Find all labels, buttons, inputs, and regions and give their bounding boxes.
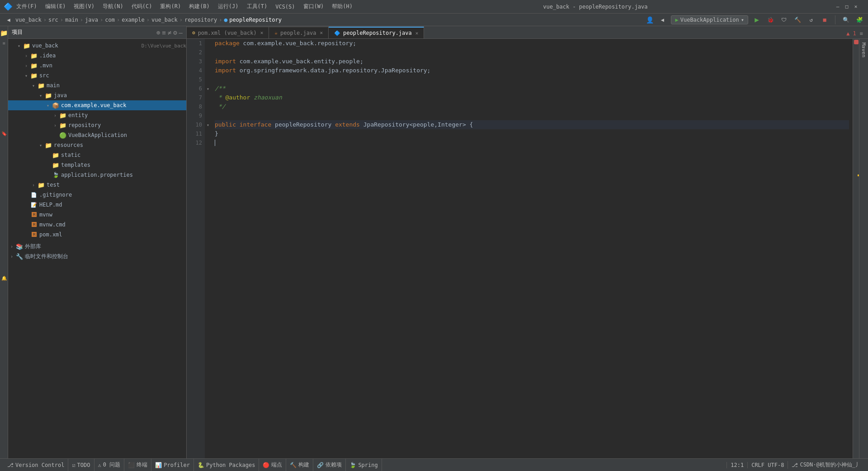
tree-item-idea[interactable]: › 📁 .idea xyxy=(8,51,186,61)
breakpoints-label: 端点 xyxy=(271,461,282,469)
run-config-dropdown[interactable]: ▶ VueBackApplication ▾ xyxy=(671,15,748,24)
back-button[interactable]: ◀ xyxy=(4,15,14,25)
line-num-10: 10 xyxy=(187,120,205,129)
debug-button[interactable]: 🐞 xyxy=(765,15,775,25)
status-todo[interactable]: ☑ TODO xyxy=(68,459,94,471)
status-terminal[interactable]: ⬛ 终端 xyxy=(124,459,151,471)
settings-icon[interactable]: ⚙ xyxy=(173,29,177,36)
fold-line-10[interactable]: ▾ xyxy=(205,120,211,129)
tree-item-mvnw[interactable]: 🅼 mvnw xyxy=(8,210,186,220)
breadcrumb-main[interactable]: main xyxy=(65,17,78,23)
code-line-5 xyxy=(215,75,849,84)
back-nav-button[interactable]: ◀ xyxy=(657,15,667,25)
tab-close-people-repository[interactable]: ✕ xyxy=(415,30,419,36)
menu-window[interactable]: 窗口(W) xyxy=(300,2,328,11)
menu-tools[interactable]: 工具(T) xyxy=(243,2,271,11)
breadcrumb-vue-back-pkg[interactable]: vue_back xyxy=(151,17,178,23)
menu-vcs[interactable]: VCS(S) xyxy=(272,3,298,11)
menu-view[interactable]: 视图(V) xyxy=(70,2,98,11)
menu-run[interactable]: 运行(J) xyxy=(214,2,242,11)
line-num-7: 7 xyxy=(187,93,205,102)
maximize-button[interactable]: □ xyxy=(844,4,850,10)
status-git-branch[interactable]: ⎇ CSDN·@机智的小神仙_丿 xyxy=(788,461,864,469)
expand-icon[interactable]: ≠ xyxy=(168,29,171,36)
project-icon[interactable]: 📁 xyxy=(0,29,8,37)
status-dependencies[interactable]: 🔗 依赖项 xyxy=(313,459,346,471)
chevron-down-icon: ▾ xyxy=(741,17,744,23)
breadcrumb-example[interactable]: example xyxy=(122,17,145,23)
tree-item-com-example-vue-back[interactable]: ▾ 📦 com.example.vue_back xyxy=(8,100,186,110)
profile-icon[interactable]: 👤 xyxy=(646,16,654,24)
tree-item-resources[interactable]: ▾ 📁 resources xyxy=(8,140,186,150)
status-cursor-pos[interactable]: 12:1 xyxy=(726,462,747,468)
status-build[interactable]: 🔨 构建 xyxy=(286,459,313,471)
tree-item-mvn[interactable]: › 📁 .mvn xyxy=(8,61,186,71)
bookmarks-icon[interactable]: 🔖 xyxy=(0,129,8,137)
menu-navigate[interactable]: 导航(N) xyxy=(99,2,127,11)
fold-line-5 xyxy=(205,75,211,84)
tree-label-src: src xyxy=(38,72,186,79)
tree-item-pomxml[interactable]: 🅼 pom.xml xyxy=(8,230,186,240)
minimize-panel-icon[interactable]: — xyxy=(179,29,183,36)
status-breakpoints[interactable]: 🔴 端点 xyxy=(259,459,286,471)
tree-item-vue-back[interactable]: ▾ 📁 vue_back D:\Vue\vue_back xyxy=(8,41,186,51)
tree-item-scratch[interactable]: › 🔧 临时文件和控制台 xyxy=(8,251,186,261)
tree-item-java[interactable]: ▾ 📁 java xyxy=(8,90,186,100)
maven-label[interactable]: Maven xyxy=(860,41,868,59)
status-profiler[interactable]: 📊 Profiler xyxy=(151,459,194,471)
menu-help[interactable]: 帮助(H) xyxy=(328,2,356,11)
tab-pom[interactable]: ⚙ pom.xml (vue_back) ✕ xyxy=(187,27,269,38)
tree-item-static[interactable]: 📁 static xyxy=(8,150,186,160)
tree-item-mvnw-cmd[interactable]: 🅼 mvnw.cmd xyxy=(8,220,186,230)
search-button[interactable]: 🔍 xyxy=(841,15,851,25)
tree-item-src[interactable]: ▾ 📁 src xyxy=(8,71,186,80)
breadcrumb-src[interactable]: src xyxy=(48,17,58,23)
notifications-icon[interactable]: 🔔 xyxy=(0,274,8,282)
build-button[interactable]: 🔨 xyxy=(793,15,802,25)
breadcrumb-java[interactable]: java xyxy=(85,17,98,23)
collapse-all-icon[interactable]: ≡ xyxy=(162,29,165,36)
menu-build[interactable]: 构建(B) xyxy=(185,2,213,11)
tab-menu-icon[interactable]: ≡ xyxy=(856,28,866,38)
tree-item-entity[interactable]: › 📁 entity xyxy=(8,110,186,120)
nav-bar: ◀ vue_back › src › main › java › com › e… xyxy=(0,14,868,26)
add-icon[interactable]: ⊕ xyxy=(156,29,160,36)
breadcrumb-current-file[interactable]: peopleRepository xyxy=(229,17,282,23)
minimize-button[interactable]: — xyxy=(835,4,841,10)
breadcrumb-vue-back[interactable]: vue_back xyxy=(15,17,42,23)
tab-close-people[interactable]: ✕ xyxy=(320,30,323,36)
stop-button[interactable]: ■ xyxy=(820,15,830,25)
menu-file[interactable]: 文件(F) xyxy=(13,2,41,11)
tree-item-repository[interactable]: › 📁 repository xyxy=(8,120,186,130)
menu-code[interactable]: 代码(C) xyxy=(128,2,156,11)
tree-item-external-libs[interactable]: › 📚 外部库 xyxy=(8,241,186,251)
menu-edit[interactable]: 编辑(E) xyxy=(42,2,70,11)
breadcrumb-repository[interactable]: repository xyxy=(184,17,217,23)
tree-item-helpmd[interactable]: 📝 HELP.md xyxy=(8,200,186,210)
code-content[interactable]: package com.example.vue_back.repository;… xyxy=(211,39,853,458)
tab-people[interactable]: ☕ people.java ✕ xyxy=(269,27,329,38)
status-version-control[interactable]: ⎇ Version Control xyxy=(4,459,68,471)
tab-close-pom[interactable]: ✕ xyxy=(260,30,264,36)
status-encoding[interactable]: CRLF UTF-8 xyxy=(747,462,788,468)
run-config-icon: ▶ xyxy=(675,17,678,23)
tree-item-gitignore[interactable]: 📄 .gitignore xyxy=(8,190,186,200)
tree-item-test[interactable]: › 📁 test xyxy=(8,180,186,190)
tree-item-templates[interactable]: 📁 templates xyxy=(8,160,186,170)
breadcrumb-com[interactable]: com xyxy=(105,17,115,23)
tree-item-main[interactable]: ▾ 📁 main xyxy=(8,80,186,90)
chevron-down-icon: ▾ xyxy=(30,83,37,88)
status-issues[interactable]: ⚠ 0 问题 xyxy=(94,459,125,471)
plugins-button[interactable]: 🧩 xyxy=(854,15,864,25)
status-python-packages[interactable]: 🐍 Python Packages xyxy=(194,459,259,471)
menu-refactor[interactable]: 重构(R) xyxy=(156,2,184,11)
structure-icon[interactable]: ≡ xyxy=(0,39,8,47)
tab-people-repository[interactable]: 🔷 peopleRepository.java ✕ xyxy=(329,27,424,38)
tree-item-vuebackapp[interactable]: 🟢 VueBackApplication xyxy=(8,130,186,140)
status-spring[interactable]: 🍃 Spring xyxy=(346,459,382,471)
run-button[interactable]: ▶ xyxy=(752,15,762,25)
close-button[interactable]: ✕ xyxy=(853,4,859,10)
tree-item-application-props[interactable]: 🍃 application.properties xyxy=(8,170,186,180)
coverage-button[interactable]: 🛡 xyxy=(779,15,789,25)
reload-button[interactable]: ↺ xyxy=(806,15,816,25)
